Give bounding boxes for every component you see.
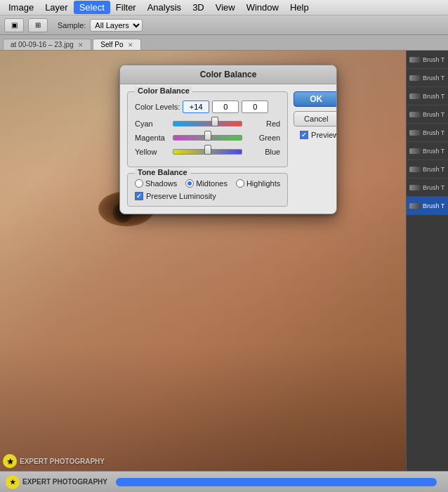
dialog-left: Color Balance Color Levels: Cyan	[127, 91, 288, 207]
midtones-option[interactable]: Midtones	[185, 179, 228, 188]
brush-icon	[409, 112, 421, 117]
blue-label: Blue	[246, 148, 280, 156]
sample-select[interactable]: All Layers	[90, 19, 143, 32]
highlights-option[interactable]: Highlights	[236, 179, 280, 188]
level-input-3[interactable]	[242, 101, 268, 113]
color-levels-row: Color Levels:	[135, 101, 280, 113]
preview-row: ✓ Preview	[300, 131, 337, 139]
brush-icon	[409, 75, 421, 81]
shadows-label: Shadows	[145, 179, 177, 188]
menu-view[interactable]: View	[210, 1, 241, 14]
main-area: Brush T Brush T Brush T Brush T Brush T …	[0, 51, 448, 471]
brush-icon	[409, 130, 421, 136]
list-item[interactable]: Brush T	[407, 105, 448, 124]
red-label: Red	[246, 119, 280, 128]
toolbar-icon-2: ⊞	[35, 21, 41, 29]
list-item[interactable]: Brush T	[407, 179, 448, 197]
list-item[interactable]: Brush T	[407, 142, 448, 160]
brush-icon	[409, 203, 421, 209]
midtones-label: Midtones	[196, 179, 228, 188]
highlights-radio	[236, 179, 244, 188]
menu-3d[interactable]: 3D	[187, 1, 210, 14]
tab-close-1[interactable]: ✕	[78, 41, 84, 48]
cyan-red-track-wrapper	[173, 119, 242, 129]
shadows-radio	[135, 179, 143, 188]
brush-icon	[409, 167, 421, 172]
menu-image[interactable]: Image	[3, 1, 39, 14]
list-item[interactable]: Brush T	[407, 69, 448, 87]
status-logo-text: EXPERT PHOTOGRAPHY	[22, 478, 107, 486]
brush-icon	[409, 148, 421, 154]
preserve-luminosity-checkbox[interactable]: ✓	[135, 192, 143, 200]
shadows-option[interactable]: Shadows	[135, 179, 177, 188]
status-progress-bar	[116, 478, 437, 486]
checkmark-icon: ✓	[136, 193, 142, 200]
preview-checkmark-icon: ✓	[301, 131, 307, 138]
toolbar-btn-2[interactable]: ⊞	[28, 18, 48, 32]
cyan-red-slider-row: Cyan Red	[135, 119, 280, 129]
tab-1[interactable]: at 00-09-16 – 23.jpg ✕	[3, 39, 91, 50]
brush-icon	[409, 185, 421, 190]
menu-help[interactable]: Help	[284, 1, 315, 14]
status-bar: ★ EXPERT PHOTOGRAPHY	[0, 471, 448, 492]
color-balance-section: Color Balance Color Levels: Cyan	[127, 91, 288, 167]
tab-2[interactable]: Self Po ✕	[93, 39, 141, 50]
dialog-body: Color Balance Color Levels: Cyan	[120, 84, 336, 214]
color-levels-label: Color Levels:	[135, 103, 180, 111]
level-input-1[interactable]	[183, 101, 209, 113]
watermark-text: EXPERT PHOTOGRAPHY	[20, 458, 105, 465]
menu-select[interactable]: Select	[74, 1, 110, 14]
list-item[interactable]: Brush T	[407, 51, 448, 69]
yellow-label: Yellow	[135, 148, 169, 156]
menu-layer[interactable]: Layer	[39, 1, 74, 14]
tone-radio-row: Shadows Midtones Highlights	[135, 179, 280, 188]
toolbar: ▣ ⊞ Sample: All Layers	[0, 15, 448, 35]
color-balance-dialog: Color Balance Color Balance Color Levels…	[119, 65, 337, 214]
preview-label: Preview	[311, 131, 337, 139]
midtones-radio	[185, 179, 194, 188]
tab-close-2[interactable]: ✕	[128, 41, 133, 48]
status-logo-icon: ★	[6, 475, 20, 489]
magenta-label: Magenta	[135, 134, 169, 142]
level-input-2[interactable]	[212, 101, 239, 113]
yellow-blue-slider-row: Yellow Blue	[135, 147, 280, 157]
yellow-blue-track-wrapper	[173, 147, 242, 157]
color-balance-label: Color Balance	[135, 86, 192, 95]
brush-icon	[409, 93, 421, 99]
toolbar-btn-1[interactable]: ▣	[4, 18, 24, 32]
toolbar-icon-1: ▣	[11, 21, 18, 29]
cyan-red-thumb[interactable]	[211, 117, 218, 127]
right-panel: Brush T Brush T Brush T Brush T Brush T …	[406, 51, 448, 471]
menubar: Image Layer Select Filter Analysis 3D Vi…	[0, 0, 448, 15]
list-item[interactable]: Brush T	[407, 124, 448, 142]
green-label: Green	[246, 134, 280, 142]
yellow-blue-thumb[interactable]	[204, 145, 211, 155]
dialog-title: Color Balance	[120, 65, 336, 84]
magenta-green-track-wrapper	[173, 133, 242, 143]
cyan-red-track	[173, 121, 242, 127]
list-item[interactable]: Brush T	[407, 160, 448, 179]
watermark: ★ EXPERT PHOTOGRAPHY	[3, 454, 105, 468]
tone-balance-label: Tone Balance	[135, 168, 190, 176]
menu-analysis[interactable]: Analysis	[142, 1, 187, 14]
preview-checkbox[interactable]: ✓	[300, 131, 308, 139]
menu-window[interactable]: Window	[241, 1, 284, 14]
list-item[interactable]: Brush T	[407, 197, 448, 215]
list-item[interactable]: Brush T	[407, 87, 448, 105]
menu-filter[interactable]: Filter	[110, 1, 142, 14]
tone-balance-section: Tone Balance Shadows Midtones	[127, 173, 288, 207]
ok-button[interactable]: OK	[294, 91, 337, 107]
preserve-luminosity-label: Preserve Luminosity	[146, 192, 216, 200]
sample-label: Sample:	[58, 21, 86, 30]
dialog-right: OK Cancel ✓ Preview	[294, 91, 337, 207]
watermark-icon: ★	[3, 454, 17, 468]
magenta-green-slider-row: Magenta Green	[135, 133, 280, 143]
tabs-bar: at 00-09-16 – 23.jpg ✕ Self Po ✕	[0, 35, 448, 51]
magenta-green-thumb[interactable]	[204, 131, 211, 141]
cyan-label: Cyan	[135, 119, 169, 128]
cancel-button[interactable]: Cancel	[294, 111, 337, 127]
brush-icon	[409, 57, 421, 63]
highlights-label: Highlights	[246, 179, 280, 188]
preserve-luminosity-row: ✓ Preserve Luminosity	[135, 192, 280, 200]
